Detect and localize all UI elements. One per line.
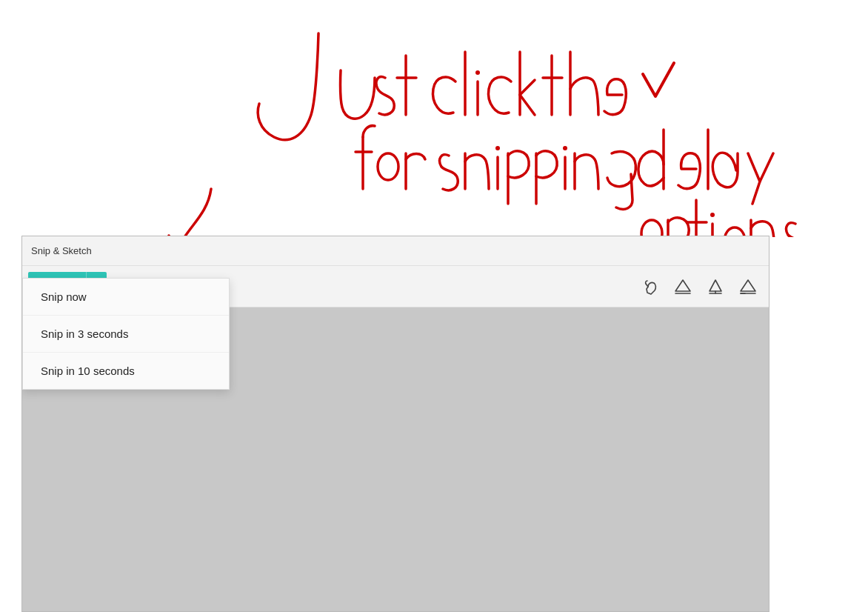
touch-writing-icon	[641, 278, 659, 296]
title-bar: Snip & Sketch	[22, 236, 769, 266]
svg-marker-14	[710, 280, 721, 291]
highlighter-button[interactable]	[668, 272, 698, 302]
pen-button[interactable]	[701, 272, 730, 302]
svg-point-1	[378, 153, 398, 180]
highlighter-icon	[674, 278, 692, 296]
dropdown-menu: Snip now Snip in 3 seconds Snip in 10 se…	[22, 278, 230, 390]
touch-writing-button[interactable]	[635, 272, 665, 302]
svg-point-3	[563, 146, 567, 150]
pen-icon	[707, 278, 724, 296]
app-window: Snip & Sketch New	[21, 236, 769, 612]
svg-point-2	[495, 146, 500, 150]
svg-marker-12	[675, 280, 690, 291]
svg-point-5	[710, 213, 715, 217]
annotation-area	[0, 0, 868, 237]
svg-point-4	[641, 220, 662, 237]
eraser-icon	[739, 278, 757, 296]
snip-10s-option[interactable]: Snip in 10 seconds	[23, 353, 229, 389]
app-title: Snip & Sketch	[31, 245, 92, 256]
svg-marker-17	[741, 280, 755, 291]
snip-now-option[interactable]: Snip now	[23, 279, 229, 316]
eraser-button[interactable]	[733, 272, 763, 302]
snip-3s-option[interactable]: Snip in 3 seconds	[23, 316, 229, 353]
svg-point-0	[475, 70, 480, 75]
